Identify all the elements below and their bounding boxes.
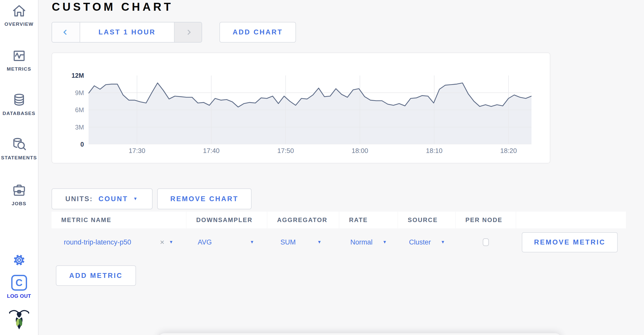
downsampler-select[interactable]: AVG ▼	[187, 228, 267, 256]
metric-name-value: round-trip-latency-p50	[64, 238, 131, 246]
rate-select[interactable]: Normal ▼	[339, 228, 398, 256]
chevron-down-icon: ▼	[317, 240, 321, 245]
column-header-actions	[516, 212, 626, 228]
add-metric-button[interactable]: ADD METRIC	[56, 265, 136, 286]
remove-chart-button[interactable]: REMOVE CHART	[157, 188, 252, 209]
cockroach-c-logo: C	[11, 275, 27, 291]
sidebar-item-logout[interactable]: C LOG OUT	[0, 275, 38, 299]
y-tick-label: 3M	[75, 123, 84, 131]
chevron-down-icon: ▼	[441, 240, 445, 245]
logo-letter: C	[16, 277, 22, 288]
aggregator-select[interactable]: SUM ▼	[267, 228, 339, 256]
source-value: Cluster	[409, 238, 431, 246]
sidebar-item-label: METRICS	[0, 66, 38, 72]
units-dropdown[interactable]: UNITS: COUNT ▼	[52, 188, 153, 209]
sidebar-item-overview[interactable]: OVERVIEW	[0, 3, 38, 27]
sidebar-item-settings[interactable]	[0, 253, 38, 267]
metric-row: round-trip-latency-p50 × ▼ AVG ▼ SUM ▼ N…	[52, 228, 626, 256]
bottom-panel-shadow	[158, 333, 561, 335]
source-select[interactable]: Cluster ▼	[398, 228, 455, 256]
metric-name-select[interactable]: round-trip-latency-p50 × ▼	[52, 228, 186, 256]
sidebar-item-label: STATEMENTS	[0, 155, 38, 161]
sidebar-item-metrics[interactable]: METRICS	[0, 48, 38, 72]
chart-plot	[89, 75, 531, 144]
y-tick-label: 6M	[75, 106, 84, 114]
per-node-cell	[456, 228, 516, 256]
logout-label: LOG OUT	[0, 293, 38, 299]
column-header-metric-name: METRIC NAME	[52, 212, 186, 228]
x-tick-label: 18:10	[426, 147, 442, 155]
cockroach-bug-logo	[0, 307, 38, 331]
gear-icon	[12, 253, 26, 267]
cockroach-bug-icon	[7, 307, 31, 331]
column-header-rate: RATE	[339, 212, 398, 228]
column-header-downsampler: DOWNSAMPLER	[187, 212, 267, 228]
chart-x-axis: 17:3017:4017:5018:0018:1018:20	[89, 147, 531, 158]
time-range-selector: LAST 1 HOUR	[52, 22, 202, 43]
sidebar-item-statements[interactable]: STATEMENTS	[0, 137, 38, 161]
chevron-down-icon: ▼	[250, 240, 254, 245]
downsampler-value: AVG	[198, 238, 212, 246]
chevron-left-icon	[63, 30, 68, 35]
x-tick-label: 17:50	[277, 147, 294, 155]
aggregator-value: SUM	[280, 238, 296, 246]
rate-value: Normal	[350, 238, 373, 246]
column-header-per-node: PER NODE	[456, 212, 516, 228]
x-tick-label: 18:20	[500, 147, 517, 155]
chevron-down-icon: ▼	[382, 240, 387, 245]
x-tick-label: 17:30	[129, 147, 145, 155]
add-chart-button[interactable]: ADD CHART	[219, 22, 296, 43]
time-range-dropdown[interactable]: LAST 1 HOUR	[80, 22, 174, 42]
remove-metric-button[interactable]: REMOVE METRIC	[522, 232, 618, 252]
y-tick-label: 12M	[71, 72, 84, 79]
y-tick-label: 0	[80, 141, 84, 148]
chevron-down-icon: ▼	[133, 196, 139, 201]
jobs-icon	[11, 183, 27, 198]
units-label: UNITS:	[65, 195, 93, 203]
column-header-aggregator: AGGREGATOR	[267, 212, 339, 228]
time-range-next-button[interactable]	[174, 22, 202, 42]
chevron-right-icon	[185, 30, 191, 35]
metrics-table-header: METRIC NAME DOWNSAMPLER AGGREGATOR RATE …	[52, 212, 626, 228]
metric-actions-cell: REMOVE METRIC	[516, 228, 626, 256]
custom-chart-card: 12M9M6M3M0 17:3017:4017:5018:0018:1018:2…	[52, 53, 550, 163]
page-title: CUSTOM CHART	[52, 1, 173, 13]
time-range-prev-button[interactable]	[52, 22, 80, 42]
x-tick-label: 17:40	[203, 147, 219, 155]
database-icon	[11, 92, 27, 108]
y-tick-label: 9M	[75, 89, 84, 96]
sidebar-item-label: OVERVIEW	[0, 21, 38, 27]
sidebar-item-databases[interactable]: DATABASES	[0, 92, 38, 116]
column-header-source: SOURCE	[398, 212, 455, 228]
per-node-checkbox[interactable]	[483, 238, 489, 246]
statements-icon	[11, 137, 27, 152]
sidebar: OVERVIEW METRICS DATABASES STATEMENTS	[0, 0, 39, 335]
metrics-icon	[11, 48, 27, 64]
chart-y-axis: 12M9M6M3M0	[54, 75, 84, 144]
x-tick-label: 18:00	[352, 147, 368, 155]
chevron-down-icon: ▼	[169, 240, 173, 245]
sidebar-item-label: DATABASES	[0, 111, 38, 116]
sidebar-item-jobs[interactable]: JOBS	[0, 183, 38, 207]
clear-metric-icon[interactable]: ×	[160, 238, 165, 247]
home-icon	[11, 3, 27, 19]
units-value: COUNT	[98, 195, 128, 203]
sidebar-item-label: JOBS	[0, 201, 38, 207]
